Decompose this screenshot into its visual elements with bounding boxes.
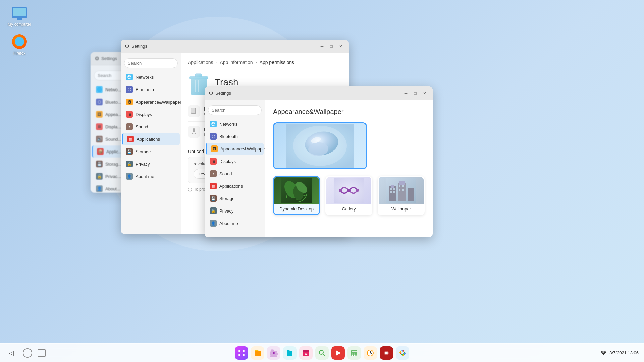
svg-rect-37 [390,191,392,193]
taskbar-music[interactable] [331,346,345,360]
time-display: 3/7/2021 13:06 [609,350,639,355]
title-mid: ⚙ Settings [125,43,147,49]
taskbar-apps: 12 [235,346,409,360]
window-controls-front[interactable]: ─ □ ✕ [402,89,429,97]
taskbar: ◁ ○ □ 12 [0,343,644,362]
sidebar-applications-front[interactable]: ▦ Applications [206,180,264,192]
taskbar-launcher[interactable] [235,346,248,360]
svg-point-46 [243,354,245,356]
taskbar-files[interactable] [251,346,264,360]
appearance-icon-front: 🖼 [211,145,218,152]
sidebar-mid: Networks ⬡ Bluetooth 🖼 Appearance&Wallpa… [121,53,181,234]
breadcrumb-applications[interactable]: Applications [188,60,213,65]
sidebar-about-front[interactable]: 👤 About me [206,217,264,229]
desktop-icon-my-computer[interactable]: My computer [6,5,33,27]
privacy-icon-front: 🔒 [210,207,217,214]
bluetooth-icon-mid: ⬡ [126,86,133,93]
svg-point-28 [356,189,359,192]
sidebar-appearance-front[interactable]: 🖼 Appearance&Wallpaper [206,143,264,155]
gallery-svg [334,178,364,203]
sound-icon-front: ♪ [210,170,217,177]
sidebar-item-applications-mid[interactable]: ▦ Applications [122,133,180,145]
taskbar-filemanager[interactable] [283,346,297,360]
sidebar-storage-front[interactable]: 💾 Storage [206,192,264,204]
aw-preview [273,122,367,169]
maximize-btn-front[interactable]: □ [411,89,419,97]
nav-home-button[interactable]: ○ [23,348,32,358]
applications-icon-front: ▦ [210,183,217,189]
taskbar-photos[interactable] [396,346,409,360]
sidebar-item-networks-mid[interactable]: Networks [122,71,180,83]
wifi-icon [600,350,607,356]
nav-back-button[interactable]: ◁ [5,347,17,359]
title-front: ⚙ Settings [209,90,231,96]
appearance-icon-back: 🖼 [96,111,103,118]
maximize-btn-mid[interactable]: □ [327,42,335,50]
firefox-icon [11,34,28,50]
sidebar-item-bluetooth-mid[interactable]: ⬡ Bluetooth [122,83,180,96]
svg-point-58 [356,353,357,354]
bluetooth-icon-front: ⬡ [210,133,217,140]
firefox-label: Firefox [13,51,26,56]
aw-preview-image [274,123,366,168]
gallery-option[interactable]: Gallery [325,176,372,215]
displays-icon-mid: 🖥 [126,111,133,118]
taskbar-clock[interactable] [364,346,377,360]
svg-point-26 [339,189,342,192]
wallpaper-option[interactable]: Wallpaper [378,176,425,215]
breadcrumb: Applications › App information › App per… [188,60,342,65]
close-btn-mid[interactable]: ✕ [337,42,345,50]
sidebar-networks-front[interactable]: Networks [206,118,264,130]
wallpaper-svg [386,178,416,203]
sidebar-front: Networks ⬡ Bluetooth 🖼 Appearance&Wallpa… [205,100,265,237]
sidebar-item-appearance-mid[interactable]: 🖼 Appearance&Wallpaper [122,96,180,108]
aw-section-title: Appearance&Wallpaper [273,108,425,116]
minimize-btn-mid[interactable]: ─ [318,42,326,50]
wallpaper-label: Wallpaper [379,204,424,214]
taskbar-record[interactable] [380,346,393,360]
taskbar-settings[interactable] [267,346,280,360]
svg-point-60 [354,355,355,356]
close-btn-front[interactable]: ✕ [421,89,429,97]
search-input-front[interactable] [208,105,262,115]
minimize-btn-front[interactable]: ─ [402,89,410,97]
nav-recent-button[interactable]: □ [38,349,46,357]
svg-line-52 [323,354,325,356]
documents-perm-icon [188,105,200,117]
svg-rect-31 [391,185,394,188]
sidebar-sound-front[interactable]: ♪ Sound [206,168,264,180]
titlebar-front: ⚙ Settings ─ □ ✕ [205,86,433,100]
breadcrumb-app-info[interactable]: App information [220,60,253,65]
sidebar-displays-front[interactable]: 🖥 Displays [206,155,264,167]
networks-icon-back: 🌐 [96,86,103,93]
storage-icon-back: 💾 [96,161,103,167]
breadcrumb-sep-2: › [256,60,257,65]
svg-point-66 [385,352,388,354]
svg-rect-55 [352,351,357,352]
search-input-mid[interactable] [124,58,178,68]
displays-icon-front: 🖥 [210,158,217,165]
sidebar-bluetooth-front[interactable]: ⬡ Bluetooth [206,130,264,142]
sidebar-item-storage-mid[interactable]: 💾 Storage [122,145,180,158]
taskbar-calculator[interactable] [347,346,361,360]
applications-icon-mid: ▦ [127,136,134,142]
sound-icon-mid: ♪ [126,123,133,130]
networks-icon-front [210,121,217,127]
sidebar-item-displays-mid[interactable]: 🖥 Displays [122,108,180,120]
window-controls-mid[interactable]: ─ □ ✕ [318,42,345,50]
svg-rect-3 [195,74,202,77]
sidebar-item-privacy-mid[interactable]: 🔒 Privacy [122,158,180,170]
desktop-icon-firefox[interactable]: Firefox [6,34,33,56]
sidebar-item-about-mid[interactable]: 👤 About me [122,170,180,182]
sidebar-privacy-front[interactable]: 🔒 Privacy [206,205,264,217]
svg-point-43 [238,350,240,352]
svg-point-59 [352,355,353,356]
taskbar-search[interactable] [315,346,329,360]
dynamic-desktop-option[interactable]: Dynamic Desktop [273,176,320,215]
gallery-thumb [326,177,371,204]
taskbar-calendar[interactable]: 12 [299,346,313,360]
sidebar-item-sound-mid[interactable]: ♪ Sound [122,121,180,133]
svg-rect-36 [393,188,395,190]
titlebar-mid: ⚙ Settings ─ □ ✕ [121,40,349,53]
microphone-perm-icon [188,126,200,138]
